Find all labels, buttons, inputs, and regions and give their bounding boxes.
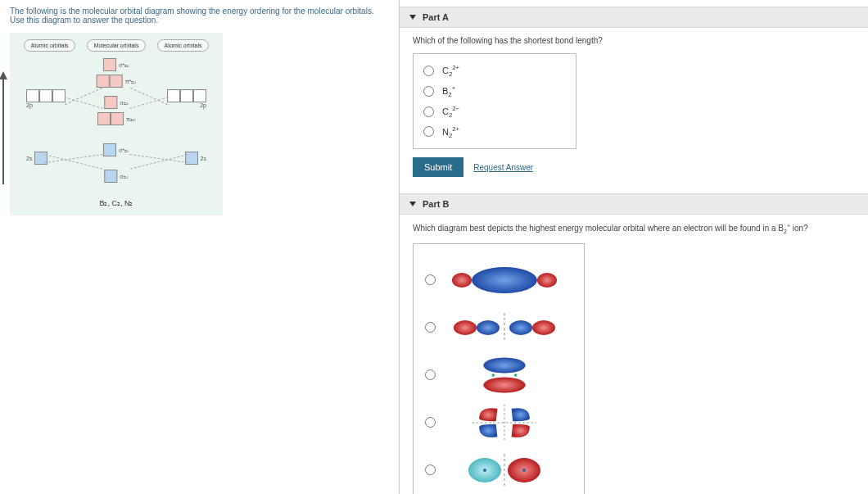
part-a-question: Which of the following has the shortest …	[413, 36, 855, 45]
sigma2p-label: σ₂ₚ	[120, 100, 128, 106]
svg-point-6	[477, 320, 500, 335]
sigma2s-label: σ₂ₛ	[120, 174, 128, 179]
svg-point-2	[472, 267, 537, 293]
svg-point-4	[537, 273, 557, 288]
part-b: Part B Which diagram best depicts the hi…	[400, 193, 868, 494]
choice-a-1[interactable]: C22+	[423, 61, 566, 81]
pi-antibonding-icon	[447, 403, 562, 442]
choice-label: B2+	[442, 84, 455, 98]
caret-down-icon	[409, 15, 416, 20]
ao-2s-left-label: 2s	[26, 156, 32, 161]
part-a: Part A Which of the following has the sh…	[400, 7, 868, 185]
submit-button[interactable]: Submit	[413, 157, 463, 177]
choice-label: N22+	[442, 125, 459, 139]
svg-point-17	[483, 469, 486, 472]
part-a-header[interactable]: Part A	[400, 7, 868, 28]
request-answer-link[interactable]: Request Answer	[473, 163, 533, 172]
orbital-choice-1[interactable]	[425, 261, 572, 300]
svg-marker-1	[0, 71, 7, 79]
radio-input[interactable]	[425, 274, 436, 285]
sigma-bonding-icon	[447, 261, 562, 300]
choice-label: C22−	[442, 105, 459, 119]
svg-point-11	[483, 377, 525, 392]
sigma2p-star-label: σ*₂ₚ	[119, 62, 129, 68]
radio-input[interactable]	[425, 417, 436, 428]
svg-point-12	[492, 374, 495, 376]
part-b-question: Which diagram best depicts the highest e…	[413, 223, 855, 234]
part-a-title: Part A	[423, 12, 449, 22]
part-a-choices: C22+ B2+ C22− N22+	[413, 53, 576, 149]
mo-header-mid: Molecular orbitals	[87, 39, 147, 52]
radio-input[interactable]	[425, 465, 436, 475]
svg-point-20	[522, 469, 526, 472]
svg-point-3	[452, 273, 472, 288]
orbital-choice-2[interactable]	[425, 308, 572, 347]
radio-input[interactable]	[425, 369, 436, 380]
ao-2s-right-label: 2s	[201, 156, 206, 161]
orbital-choice-4[interactable]	[425, 403, 572, 442]
pi2p-label: π₂ₚ	[126, 116, 135, 122]
svg-point-9	[532, 320, 555, 335]
orbital-choice-5[interactable]	[425, 451, 572, 490]
mo-header-left: Atomic orbitals	[24, 39, 76, 52]
ao-2p-left-label: 2p	[26, 102, 66, 108]
svg-point-10	[483, 357, 525, 373]
part-b-header[interactable]: Part B	[400, 193, 868, 215]
question-context-panel: The following is the molecular orbital d…	[0, 0, 400, 494]
choice-label: C22+	[442, 64, 459, 78]
choice-a-4[interactable]: N22+	[423, 122, 566, 143]
svg-point-13	[514, 374, 517, 376]
ao-2p-right-label: 2p	[167, 102, 206, 108]
choice-a-3[interactable]: C22−	[423, 102, 566, 122]
intro-text: The following is the molecular orbital d…	[10, 7, 389, 25]
radio-input[interactable]	[423, 66, 434, 76]
choice-a-2[interactable]: B2+	[423, 81, 566, 102]
orbital-choice-3[interactable]	[425, 356, 572, 395]
sigma-antibonding-icon	[447, 308, 562, 347]
caret-down-icon	[409, 202, 416, 206]
radio-input[interactable]	[423, 126, 434, 137]
mo-caption: B₂, C₂, N₂	[18, 199, 215, 207]
pi2p-star-label: π*₂ₚ	[125, 79, 137, 84]
mo-header-right: Atomic orbitals	[157, 39, 210, 52]
svg-point-8	[509, 320, 532, 335]
radio-input[interactable]	[423, 86, 434, 97]
part-b-title: Part B	[423, 199, 449, 209]
pi-bonding-icon	[447, 356, 562, 395]
svg-point-5	[454, 320, 477, 335]
answer-panel: Part A Which of the following has the sh…	[400, 0, 868, 494]
energy-arrow-icon	[0, 71, 11, 186]
sigma2s-star-label: σ*₂ₛ	[119, 147, 129, 153]
part-b-choices	[413, 243, 585, 494]
radio-input[interactable]	[425, 322, 436, 333]
mo-diagram: Atomic orbitals Molecular orbitals Atomi…	[10, 33, 223, 215]
radio-input[interactable]	[423, 107, 434, 117]
sigma2s-antibonding-icon	[447, 451, 562, 490]
